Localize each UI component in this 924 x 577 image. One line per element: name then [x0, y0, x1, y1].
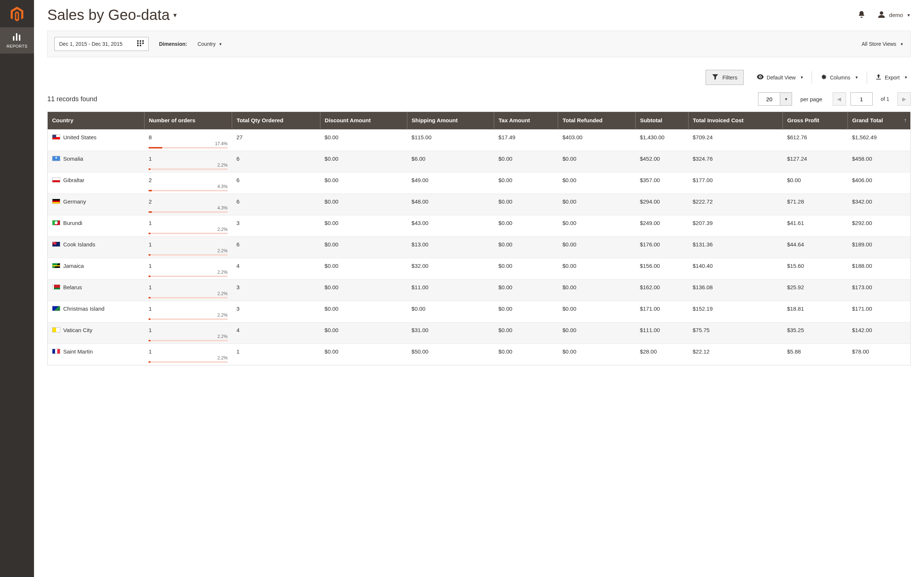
orders-count: 1 [149, 241, 228, 248]
table-row[interactable]: Christmas Island 1 2.2% 3$0.00$0.00$0.00… [48, 301, 911, 322]
table-row[interactable]: Somalia 1 2.2% 6$0.00$6.00$0.00$0.00$452… [48, 151, 911, 172]
svg-rect-9 [142, 42, 144, 44]
chevron-down-icon: ▼ [800, 75, 804, 79]
cell-profit: $612.76 [782, 129, 848, 151]
per-page-dropdown[interactable]: ▼ [780, 92, 792, 106]
filters-button[interactable]: Filters [706, 70, 744, 85]
column-header[interactable]: Subtotal [635, 112, 688, 130]
cell-discount: $0.00 [320, 172, 407, 193]
per-page-input[interactable] [758, 92, 780, 106]
cell-discount: $0.00 [320, 129, 407, 151]
column-header[interactable]: Number of orders [144, 112, 232, 130]
table-row[interactable]: Jamaica 1 2.2% 4$0.00$32.00$0.00$0.00$15… [48, 258, 911, 279]
column-header[interactable]: Total Qty Ordered [232, 112, 320, 130]
column-header[interactable]: Total Invoiced Cost [688, 112, 782, 130]
table-row[interactable]: Cook Islands 1 2.2% 6$0.00$13.00$0.00$0.… [48, 237, 911, 258]
orders-count: 8 [149, 134, 228, 140]
column-header[interactable]: Gross Profit [782, 112, 848, 130]
flag-icon [52, 134, 60, 140]
flag-icon [52, 156, 60, 161]
default-view-menu[interactable]: Default View ▼ [754, 71, 806, 84]
cell-discount: $0.00 [320, 322, 407, 343]
cell-subtotal: $249.00 [635, 215, 688, 237]
column-header[interactable]: Grand Total↑ [848, 112, 910, 130]
page-title[interactable]: Sales by Geo-data ▾ [47, 6, 177, 23]
cell-shipping: $13.00 [407, 237, 494, 258]
svg-point-3 [880, 11, 883, 15]
cell-tax: $0.00 [494, 172, 558, 193]
svg-point-12 [759, 76, 761, 77]
table-row[interactable]: Burundi 1 2.2% 3$0.00$43.00$0.00$0.00$24… [48, 215, 911, 237]
table-row[interactable]: United States 8 17.4% 27$0.00$115.00$17.… [48, 129, 911, 151]
cell-tax: $0.00 [494, 151, 558, 172]
country-name: Jamaica [63, 263, 84, 269]
column-header[interactable]: Total Refunded [558, 112, 635, 130]
cell-subtotal: $294.00 [635, 193, 688, 215]
cell-tax: $0.00 [494, 237, 558, 258]
dimension-select[interactable]: Country ▼ [197, 41, 222, 47]
date-range-picker[interactable]: Dec 1, 2015 - Dec 31, 2015 [54, 37, 149, 51]
cell-profit: $25.92 [782, 279, 848, 301]
svg-rect-2 [19, 35, 20, 40]
svg-rect-7 [137, 42, 139, 44]
cell-grand: $142.00 [848, 322, 910, 343]
cell-grand: $458.00 [848, 151, 910, 172]
date-range-text: Dec 1, 2015 - Dec 31, 2015 [59, 41, 122, 47]
column-header[interactable]: Tax Amount [494, 112, 558, 130]
export-menu[interactable]: Export ▼ [872, 71, 911, 84]
cell-invoiced: $136.08 [688, 279, 782, 301]
user-menu[interactable]: demo ▼ [877, 10, 911, 19]
notifications-icon[interactable] [858, 10, 866, 19]
title-dropdown-icon: ▾ [173, 12, 177, 18]
prev-page-button[interactable]: ◀ [833, 92, 846, 106]
orders-bar [149, 361, 228, 363]
orders-count: 2 [149, 198, 228, 205]
bar-chart-icon [12, 32, 22, 42]
filters-label: Filters [722, 74, 737, 81]
table-row[interactable]: Vatican City 1 2.2% 4$0.00$31.00$0.00$0.… [48, 322, 911, 343]
chevron-down-icon: ▼ [907, 13, 911, 17]
svg-rect-1 [16, 33, 17, 40]
column-header[interactable]: Shipping Amount [407, 112, 494, 130]
svg-rect-11 [140, 45, 141, 46]
cell-shipping: $0.00 [407, 301, 494, 322]
table-row[interactable]: Germany 2 4.3% 6$0.00$48.00$0.00$0.00$29… [48, 193, 911, 215]
page-number-input[interactable] [850, 92, 872, 106]
columns-menu[interactable]: Columns ▼ [817, 71, 861, 84]
page-total-label: of 1 [881, 96, 889, 102]
cell-invoiced: $152.19 [688, 301, 782, 322]
column-header[interactable]: Country [48, 112, 144, 130]
funnel-icon [712, 74, 719, 81]
orders-bar [149, 233, 228, 234]
table-row[interactable]: Saint Martin 1 2.2% 1$0.00$50.00$0.00$0.… [48, 343, 911, 365]
cell-subtotal: $28.00 [635, 343, 688, 365]
cell-profit: $18.81 [782, 301, 848, 322]
cell-tax: $0.00 [494, 279, 558, 301]
next-page-button[interactable]: ▶ [897, 92, 911, 106]
user-name: demo [889, 12, 903, 18]
sidebar-item-reports[interactable]: REPORTS [0, 27, 34, 53]
cell-qty: 6 [232, 237, 320, 258]
table-row[interactable]: Gibraltar 2 4.3% 6$0.00$49.00$0.00$0.00$… [48, 172, 911, 193]
store-view-select[interactable]: All Store Views ▼ [861, 41, 904, 47]
cell-refunded: $0.00 [558, 301, 635, 322]
cell-subtotal: $171.00 [635, 301, 688, 322]
sort-ascending-icon: ↑ [904, 118, 907, 124]
country-name: United States [63, 134, 97, 140]
cell-refunded: $0.00 [558, 237, 635, 258]
table-row[interactable]: Belarus 1 2.2% 3$0.00$11.00$0.00$0.00$16… [48, 279, 911, 301]
cell-refunded: $0.00 [558, 279, 635, 301]
cell-subtotal: $176.00 [635, 237, 688, 258]
logo[interactable] [0, 0, 34, 27]
orders-percent: 4.3% [149, 205, 228, 211]
per-page-label: per page [800, 96, 822, 102]
country-name: Germany [63, 198, 86, 205]
dimension-label: Dimension: [159, 41, 187, 47]
flag-icon [52, 327, 60, 332]
cell-qty: 6 [232, 193, 320, 215]
chevron-down-icon: ▼ [904, 75, 908, 79]
cell-invoiced: $22.12 [688, 343, 782, 365]
cell-shipping: $115.00 [407, 129, 494, 151]
orders-bar [149, 276, 228, 277]
column-header[interactable]: Discount Amount [320, 112, 407, 130]
